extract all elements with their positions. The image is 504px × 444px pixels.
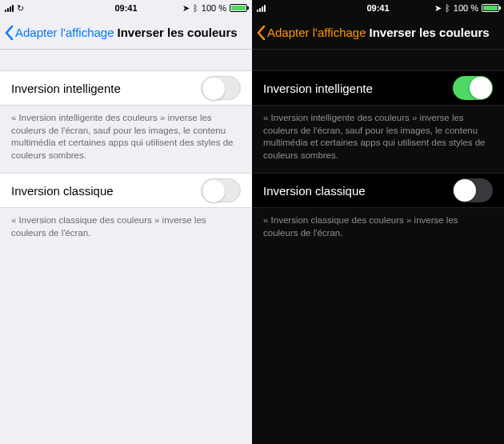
smart-invert-label: Inversion intelligente bbox=[11, 82, 121, 95]
signal-strength-icon bbox=[5, 4, 14, 12]
classic-invert-footer: « Inversion classique des couleurs » inv… bbox=[0, 208, 252, 250]
smart-invert-footer: « Inversion intelligente des couleurs » … bbox=[0, 106, 252, 173]
page-title: Inverser les couleurs bbox=[118, 26, 238, 39]
loading-icon: ↻ bbox=[17, 3, 24, 14]
smart-invert-row[interactable]: Inversion intelligente bbox=[252, 70, 504, 106]
location-icon: ➤ bbox=[434, 3, 442, 14]
status-bar: 09:41 ➤ ᛒ 100 % bbox=[252, 0, 504, 16]
back-label: Adapter l'affichage bbox=[15, 26, 114, 39]
nav-bar: Adapter l'affichage Inverser les couleur… bbox=[252, 16, 504, 50]
smart-invert-footer: « Inversion intelligente des couleurs » … bbox=[252, 106, 504, 173]
back-button[interactable]: Adapter l'affichage bbox=[5, 26, 114, 40]
battery-percent: 100 % bbox=[202, 3, 226, 13]
nav-bar: Adapter l'affichage Inverser les couleur… bbox=[0, 16, 252, 50]
status-bar: ↻ 09:41 ➤ ᛒ 100 % bbox=[0, 0, 252, 16]
dark-mode-pane: 09:41 ➤ ᛒ 100 % Adapter l'affichage Inve… bbox=[252, 0, 504, 444]
bluetooth-icon: ᛒ bbox=[445, 3, 450, 13]
chevron-left-icon bbox=[5, 26, 14, 40]
classic-invert-row[interactable]: Inversion classique bbox=[252, 173, 504, 208]
signal-strength-icon bbox=[257, 4, 266, 12]
battery-icon bbox=[482, 4, 499, 12]
classic-invert-toggle[interactable] bbox=[453, 178, 493, 202]
classic-invert-row[interactable]: Inversion classique bbox=[0, 173, 252, 208]
light-mode-pane: ↻ 09:41 ➤ ᛒ 100 % Adapter l'affichage In… bbox=[0, 0, 252, 444]
battery-icon bbox=[230, 4, 247, 12]
classic-invert-label: Inversion classique bbox=[11, 184, 114, 198]
back-button[interactable]: Adapter l'affichage bbox=[257, 26, 366, 40]
location-icon: ➤ bbox=[182, 3, 190, 14]
chevron-left-icon bbox=[257, 26, 266, 40]
bluetooth-icon: ᛒ bbox=[193, 3, 198, 13]
page-title: Inverser les couleurs bbox=[370, 26, 490, 39]
smart-invert-toggle[interactable] bbox=[201, 76, 241, 100]
battery-percent: 100 % bbox=[454, 3, 478, 13]
classic-invert-toggle[interactable] bbox=[201, 178, 241, 202]
smart-invert-label: Inversion intelligente bbox=[263, 82, 373, 95]
back-label: Adapter l'affichage bbox=[267, 26, 366, 39]
smart-invert-toggle[interactable] bbox=[453, 76, 493, 100]
classic-invert-footer: « Inversion classique des couleurs » inv… bbox=[252, 208, 504, 250]
classic-invert-label: Inversion classique bbox=[263, 184, 366, 198]
smart-invert-row[interactable]: Inversion intelligente bbox=[0, 70, 252, 106]
